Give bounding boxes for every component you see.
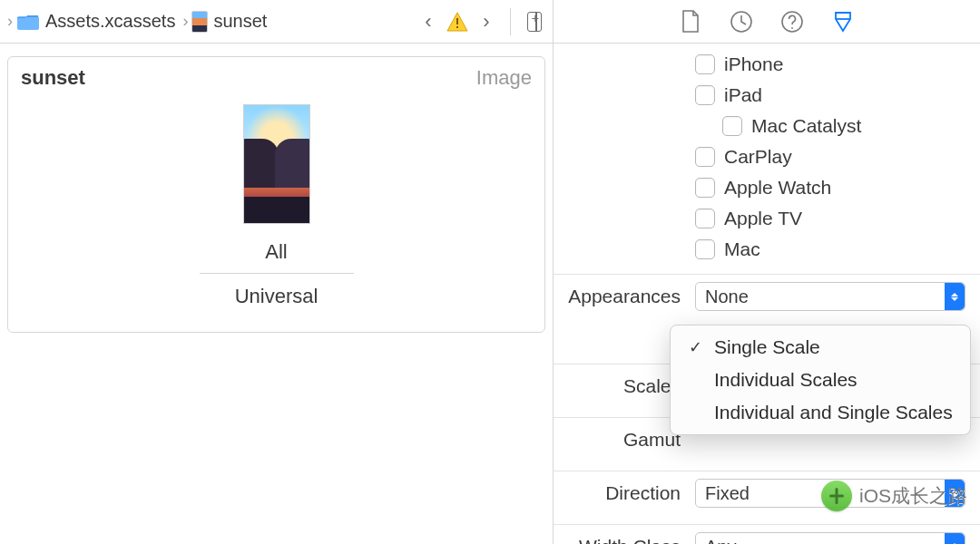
device-row-iphone[interactable]: iPhone: [695, 49, 965, 80]
checkbox[interactable]: [695, 178, 715, 198]
device-label: Apple Watch: [724, 177, 831, 199]
device-row-mac-catalyst[interactable]: Mac Catalyst: [722, 111, 965, 141]
scales-popup: ✓Single Scale Individual Scales Individu…: [670, 325, 971, 435]
asset-name: sunset: [21, 66, 85, 90]
device-label: iPad: [724, 84, 762, 106]
device-label: Apple TV: [724, 208, 802, 229]
device-row-apple-watch[interactable]: Apple Watch: [695, 172, 965, 203]
folder-icon[interactable]: [16, 13, 40, 31]
device-label: CarPlay: [724, 146, 792, 168]
tab-history-icon[interactable]: [729, 9, 754, 34]
inspector-tabs: [554, 0, 980, 44]
device-label: Mac Catalyst: [751, 115, 861, 137]
watermark-text: iOS成长之路: [859, 483, 967, 509]
select-value: None: [705, 287, 749, 307]
checkmark-icon: ✓: [687, 337, 703, 357]
device-row-ipad[interactable]: iPad: [695, 80, 965, 111]
slot-sublabel: Universal: [235, 285, 318, 308]
watermark: iOS成长之路: [821, 481, 967, 511]
breadcrumb: › Assets.xcassets › sunset ‹ ›: [0, 0, 553, 44]
direction-label: Direction: [554, 482, 681, 504]
slot-label: All: [265, 240, 287, 264]
devices-group: iPhone iPad Mac Catalyst CarPlay Apple W…: [554, 49, 980, 265]
device-row-apple-tv[interactable]: Apple TV: [695, 203, 965, 234]
chevron-updown-icon: [945, 283, 965, 310]
menu-item-single-scale[interactable]: ✓Single Scale: [671, 331, 970, 364]
menu-item-label: Individual and Single Scales: [714, 402, 953, 423]
svg-rect-1: [456, 18, 458, 24]
tab-help-icon[interactable]: [779, 9, 805, 34]
svg-rect-0: [17, 16, 39, 30]
breadcrumb-asset[interactable]: sunset: [210, 11, 270, 32]
breadcrumb-catalog[interactable]: Assets.xcassets: [42, 11, 179, 32]
gamut-label: Gamut: [554, 429, 681, 451]
device-row-carplay[interactable]: CarPlay: [695, 141, 965, 172]
menu-item-label: Single Scale: [714, 336, 820, 358]
chevron-right-icon: ›: [181, 12, 190, 31]
watermark-icon: [821, 481, 852, 511]
panel-add-button[interactable]: [522, 9, 547, 34]
tab-file-icon[interactable]: [678, 9, 703, 34]
device-label: Mac: [724, 238, 760, 260]
menu-item-individual-and-single[interactable]: Individual and Single Scales: [671, 396, 970, 429]
asset-canvas: sunset Image All Universal: [0, 44, 553, 345]
device-row-mac[interactable]: Mac: [695, 234, 965, 265]
warning-icon[interactable]: [446, 12, 468, 32]
checkbox[interactable]: [695, 209, 715, 228]
width-class-select[interactable]: Any: [695, 532, 965, 544]
scales-label: Scales: [554, 375, 681, 397]
device-label: iPhone: [724, 53, 783, 75]
chevron-right-icon: ›: [5, 12, 15, 31]
asset-thumb-icon[interactable]: [191, 11, 208, 33]
nav-back-button[interactable]: ‹: [416, 9, 441, 34]
menu-item-individual-scales[interactable]: Individual Scales: [671, 364, 970, 396]
tab-attributes-icon[interactable]: [830, 9, 856, 34]
width-class-label: Width Class: [554, 536, 681, 544]
asset-card[interactable]: sunset Image All Universal: [7, 56, 545, 333]
menu-item-label: Individual Scales: [714, 369, 858, 391]
appearances-label: Appearances: [554, 286, 681, 307]
checkbox[interactable]: [695, 147, 715, 167]
nav-forward-button[interactable]: ›: [474, 9, 499, 34]
divider: [510, 8, 511, 35]
asset-type: Image: [476, 66, 532, 90]
divider: [200, 273, 354, 274]
checkbox[interactable]: [695, 239, 715, 259]
image-well[interactable]: [243, 104, 310, 224]
chevron-updown-icon: [945, 533, 965, 544]
select-value: Fixed: [705, 483, 750, 504]
checkbox[interactable]: [695, 54, 715, 74]
checkbox[interactable]: [722, 116, 742, 136]
svg-point-5: [791, 27, 793, 29]
checkbox[interactable]: [695, 85, 715, 105]
select-value: Any: [705, 537, 736, 545]
appearances-select[interactable]: None: [695, 282, 965, 311]
svg-rect-2: [456, 26, 458, 28]
